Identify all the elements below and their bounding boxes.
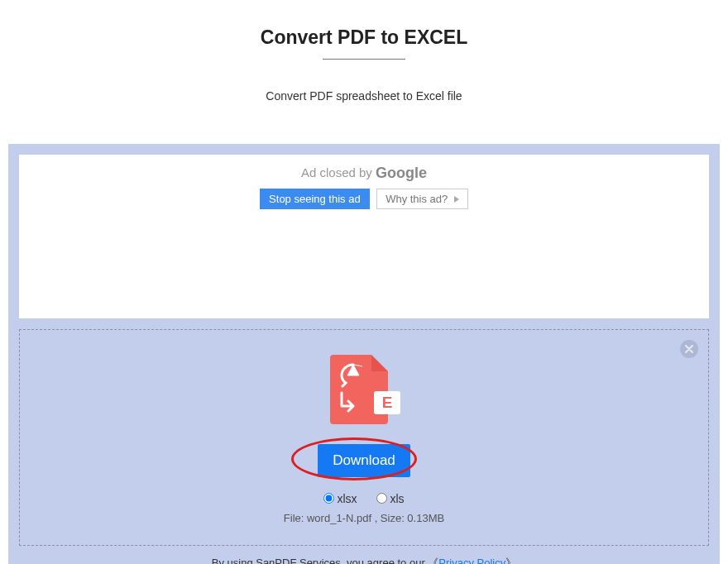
footer-text: By using SanPDF Services, you agree to o… (19, 556, 709, 564)
why-this-ad-label: Why this ad? (386, 193, 448, 205)
adchoices-icon (454, 196, 459, 203)
ad-closed-prefix: Ad closed by (301, 165, 376, 179)
footer-prefix: By using SanPDF Services, you agree to o… (212, 557, 429, 564)
radio-xlsx-text: xlsx (337, 492, 357, 505)
stop-seeing-ad-button[interactable]: Stop seeing this ad (260, 189, 370, 209)
format-radio-group: xlsx xls (20, 492, 708, 505)
google-logo-text: Google (376, 165, 427, 181)
radio-xls-text: xls (390, 492, 404, 505)
angle-right: 》 (505, 557, 516, 564)
pdf-to-excel-icon: E (330, 355, 398, 429)
radio-label-xlsx[interactable]: xlsx (323, 492, 357, 505)
page-subtitle: Convert PDF spreadsheet to Excel file (0, 89, 728, 103)
title-underline (323, 59, 405, 60)
page-title: Convert PDF to EXCEL (261, 26, 467, 57)
close-button[interactable] (680, 340, 698, 358)
main-panel: Ad closed by Google Stop seeing this ad … (8, 144, 720, 564)
ad-area: Ad closed by Google Stop seeing this ad … (19, 155, 709, 318)
ad-closed-text: Ad closed by Google (19, 165, 709, 182)
download-button[interactable]: Download (318, 444, 410, 477)
close-icon (685, 345, 693, 353)
radio-xls[interactable] (376, 493, 387, 504)
dropzone: E Download xlsx xls File: word_1-N.pdf ,… (19, 329, 709, 546)
radio-xlsx[interactable] (323, 493, 334, 504)
excel-badge: E (374, 391, 400, 414)
angle-left: 《 (428, 557, 438, 564)
file-info: File: word_1-N.pdf , Size: 0.13MB (20, 512, 708, 524)
radio-label-xls[interactable]: xls (376, 492, 404, 505)
why-this-ad-button[interactable]: Why this ad? (376, 189, 468, 209)
privacy-policy-link[interactable]: Privacy Policy (438, 557, 505, 564)
